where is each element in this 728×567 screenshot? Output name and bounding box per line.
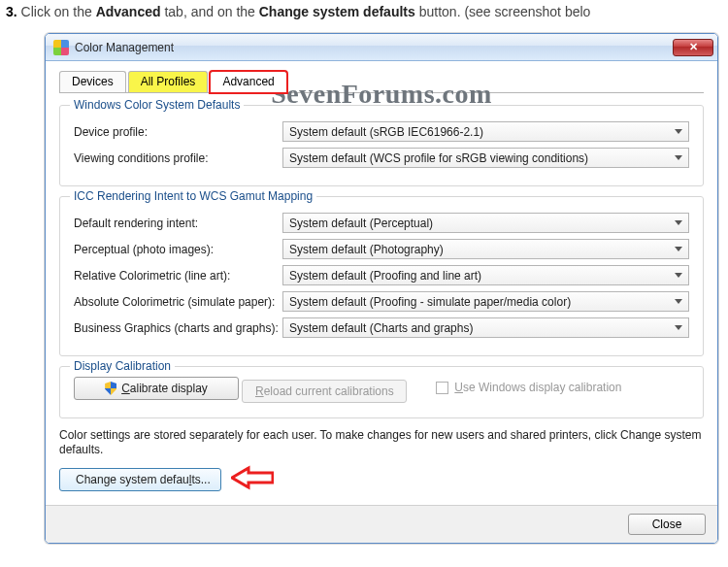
dropdown-device-profile[interactable]: System default (sRGB IEC61966-2.1) <box>282 121 689 142</box>
button-label: Reload current calibrations <box>255 384 394 398</box>
dropdown-value: System default (Photography) <box>289 243 444 256</box>
label-device-profile: Device profile: <box>74 125 282 139</box>
use-windows-calibration-checkbox[interactable]: Use Windows display calibration <box>436 381 621 394</box>
chevron-down-icon <box>675 247 682 251</box>
label-perceptual: Perceptual (photo images): <box>74 243 282 256</box>
calibrate-display-button[interactable]: Calibrate display <box>74 377 239 400</box>
chevron-down-icon <box>675 325 682 330</box>
dropdown-perceptual[interactable]: System default (Photography) <box>282 239 689 259</box>
change-system-defaults-button[interactable]: Change system defaults... <box>59 468 221 491</box>
group-title: ICC Rendering Intent to WCS Gamut Mappin… <box>70 189 316 203</box>
app-icon <box>53 40 69 55</box>
arrow-pointer-icon <box>231 465 274 493</box>
shield-icon <box>105 382 116 395</box>
chevron-down-icon <box>675 273 682 278</box>
label-relative-colorimetric: Relative Colorimetric (line art): <box>74 269 282 283</box>
chevron-down-icon <box>675 299 682 304</box>
group-icc-mapping: ICC Rendering Intent to WCS Gamut Mappin… <box>59 196 704 356</box>
titlebar: Color Management ✕ <box>46 34 717 61</box>
tab-devices[interactable]: Devices <box>59 71 126 92</box>
color-management-dialog: Color Management ✕ SevenForums.com Devic… <box>45 33 718 544</box>
dropdown-value: System default (Perceptual) <box>289 217 433 230</box>
chevron-down-icon <box>675 155 682 160</box>
instruction-text: 3. Click on the Advanced tab, and on the… <box>6 4 722 19</box>
label-absolute-colorimetric: Absolute Colorimetric (simulate paper): <box>74 295 282 309</box>
chevron-down-icon <box>675 129 682 134</box>
settings-note: Color settings are stored separately for… <box>59 428 704 457</box>
checkbox-icon <box>436 382 448 394</box>
checkbox-label: Use Windows display calibration <box>454 381 621 394</box>
button-label: Change system defaults... <box>76 473 211 486</box>
tab-all-profiles[interactable]: All Profiles <box>128 71 209 92</box>
tab-advanced[interactable]: Advanced <box>210 71 286 93</box>
dropdown-viewing-conditions[interactable]: System default (WCS profile for sRGB vie… <box>282 148 689 168</box>
chevron-down-icon <box>675 220 682 225</box>
group-wcs-defaults: Windows Color System Defaults Device pro… <box>59 105 704 186</box>
label-default-intent: Default rendering intent: <box>74 217 282 230</box>
close-button[interactable]: Close <box>628 514 706 535</box>
dropdown-default-intent[interactable]: System default (Perceptual) <box>282 213 689 233</box>
dialog-footer: Close <box>46 505 717 543</box>
dropdown-value: System default (Proofing - simulate pape… <box>289 295 571 309</box>
tab-strip: Devices All Profiles Advanced <box>59 71 704 93</box>
dropdown-business-graphics[interactable]: System default (Charts and graphs) <box>282 317 689 338</box>
dropdown-relative-colorimetric[interactable]: System default (Proofing and line art) <box>282 265 689 285</box>
group-title: Windows Color System Defaults <box>70 98 244 112</box>
label-viewing-conditions: Viewing conditions profile: <box>74 151 282 165</box>
label-business-graphics: Business Graphics (charts and graphs): <box>74 321 282 335</box>
svg-marker-0 <box>232 468 273 487</box>
window-title: Color Management <box>75 41 673 54</box>
group-display-calibration: Display Calibration Calibrate display Re… <box>59 366 704 418</box>
close-icon[interactable]: ✕ <box>673 39 713 56</box>
dropdown-value: System default (WCS profile for sRGB vie… <box>289 151 588 165</box>
dropdown-value: System default (sRGB IEC61966-2.1) <box>289 125 483 139</box>
reload-calibrations-button[interactable]: Reload current calibrations <box>242 380 407 403</box>
dropdown-value: System default (Proofing and line art) <box>289 269 481 283</box>
group-title: Display Calibration <box>70 359 175 373</box>
button-label: Calibrate display <box>121 382 208 395</box>
dropdown-value: System default (Charts and graphs) <box>289 321 473 335</box>
dropdown-absolute-colorimetric[interactable]: System default (Proofing - simulate pape… <box>282 291 689 312</box>
